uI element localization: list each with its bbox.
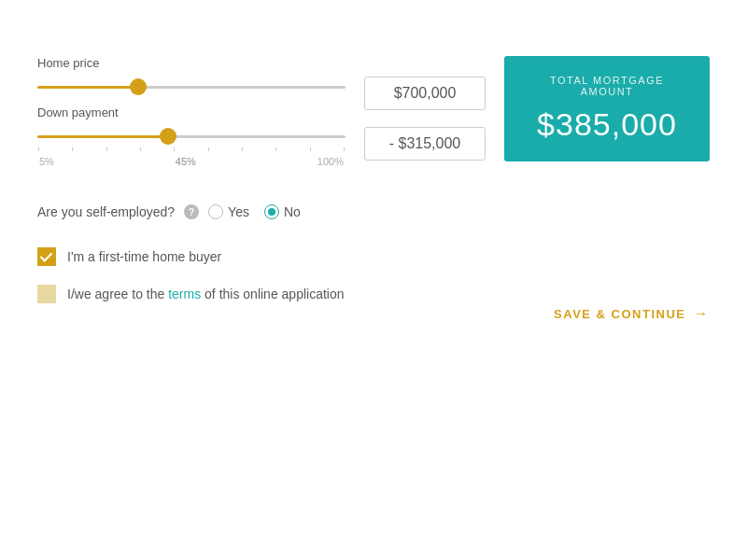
home-price-input[interactable] (364, 77, 486, 110)
yes-radio[interactable] (208, 204, 223, 219)
down-payment-input[interactable] (364, 127, 486, 161)
main-container: Home price Down payment (0, 0, 747, 369)
tick-item (310, 147, 311, 153)
first-time-buyer-checkbox[interactable] (37, 247, 56, 266)
tick-item (344, 147, 345, 153)
tick-item (140, 147, 141, 153)
no-radio[interactable] (264, 204, 279, 219)
tick-item (72, 147, 73, 153)
radio-group: Yes No (208, 204, 301, 219)
home-price-slider[interactable] (37, 86, 345, 89)
tick-bar (38, 147, 39, 151)
first-time-buyer-label: I'm a first-time home buyer (67, 249, 221, 264)
save-continue-button[interactable]: SAVE & CONTINUE → (554, 305, 710, 322)
tick-bar (344, 147, 345, 151)
mortgage-box: TOTAL MORTGAGE AMOUNT $385,000 (504, 56, 710, 161)
terms-label-before: I/we agree to the (67, 287, 168, 301)
sliders-mortgage-row: Home price Down payment (37, 56, 710, 176)
tick-bar (174, 147, 175, 151)
yes-radio-option[interactable]: Yes (208, 204, 249, 219)
tick-bar (242, 147, 243, 151)
down-payment-slider-wrapper (37, 127, 345, 146)
help-icon[interactable]: ? (184, 204, 199, 219)
tick-bar (72, 147, 73, 151)
no-label: No (284, 204, 301, 219)
no-radio-option[interactable]: No (264, 204, 301, 219)
checkboxes-section: I'm a first-time home buyer I/we agree t… (37, 247, 710, 303)
tick-bar (140, 147, 141, 151)
terms-checkbox[interactable] (37, 285, 56, 303)
home-price-label: Home price (37, 56, 345, 70)
self-employed-section: Are you self-employed? ? Yes No (37, 204, 710, 219)
mortgage-amount: $385,000 (537, 106, 677, 143)
self-employed-question: Are you self-employed? (37, 204, 175, 219)
terms-item: I/we agree to the terms of this online a… (37, 285, 710, 303)
save-continue-label: SAVE & CONTINUE (554, 307, 685, 321)
arrow-icon: → (694, 305, 711, 322)
terms-label-after: of this online application (201, 287, 344, 301)
down-payment-group: Down payment (37, 105, 345, 167)
home-price-slider-wrapper (37, 77, 345, 96)
tick-item (106, 147, 107, 153)
down-payment-label: Down payment (37, 105, 345, 119)
down-payment-slider[interactable] (37, 135, 345, 138)
down-payment-range-labels: 5% 45% 100% (37, 153, 345, 167)
sliders-section: Home price Down payment (37, 56, 345, 176)
terms-link[interactable]: terms (168, 287, 201, 301)
mortgage-label: TOTAL MORTGAGE AMOUNT (528, 75, 686, 97)
home-price-group: Home price (37, 56, 345, 96)
down-payment-ticks: 5% 45% 100% (37, 147, 345, 167)
tick-item (208, 147, 209, 153)
tick-bar (310, 147, 311, 151)
down-payment-max-label: 100% (317, 156, 344, 167)
tick-item (242, 147, 243, 153)
down-payment-current-label: 45% (176, 156, 196, 167)
value-inputs-column (364, 56, 486, 161)
tick-item (174, 147, 175, 153)
down-payment-min-label: 5% (39, 156, 54, 167)
tick-bar (208, 147, 209, 151)
tick-bar (106, 147, 107, 151)
terms-label: I/we agree to the terms of this online a… (67, 287, 345, 301)
tick-item (275, 147, 276, 153)
tick-item (38, 147, 39, 153)
yes-label: Yes (228, 204, 249, 219)
first-time-buyer-item: I'm a first-time home buyer (37, 247, 710, 266)
tick-bar (275, 147, 276, 151)
